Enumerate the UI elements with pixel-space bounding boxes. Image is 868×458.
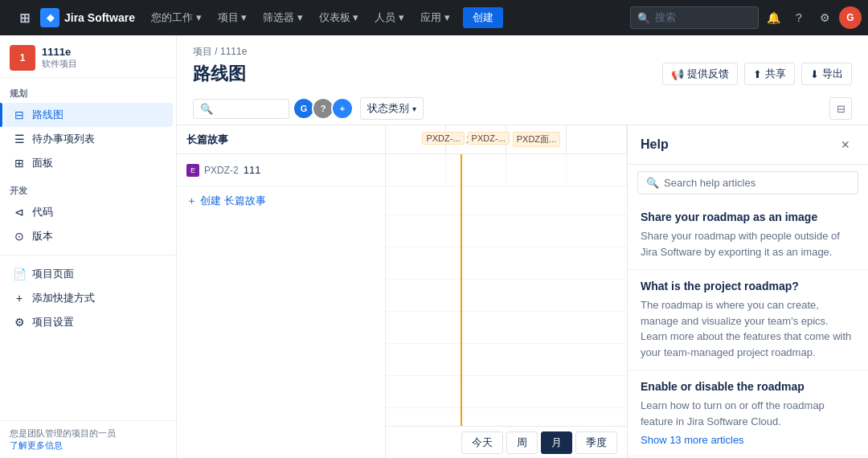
help-section-1: What is the project roadmap? The roadmap… [628, 270, 868, 370]
settings-item-icon: ⚙ [13, 316, 26, 329]
footer-link[interactable]: 了解更多信息 [10, 440, 63, 450]
grid-col-3 [506, 154, 567, 186]
timeline-header: 六月 七月 PXDZ-... PXDZ-... PXDZ面... [386, 125, 627, 154]
help-search-input[interactable]: 🔍 Search help articles [637, 171, 858, 194]
sidebar-item-releases[interactable]: ⊙ 版本 [3, 224, 173, 248]
grid-columns [386, 154, 627, 186]
sidebar-label-code: 代码 [32, 205, 53, 219]
today-line [461, 154, 462, 426]
project-type: 软件项目 [42, 58, 77, 70]
sidebar-label-shortcuts: 添加快捷方式 [32, 291, 95, 305]
sidebar: 1 1111e 软件项目 规划 ⊟ 路线图 ☰ 待办事项列表 ⊞ 面板 开发 ⊲… [0, 35, 177, 458]
help-section-text-2: Learn how to turn on or off the roadmap … [641, 398, 855, 429]
breadcrumb-project-name[interactable]: 1111e [220, 46, 247, 57]
app-logo[interactable]: ⊞ ◆ Jira Software [6, 6, 141, 29]
apps-grid-icon[interactable]: ⊞ [13, 6, 35, 29]
export-button[interactable]: ⬇ 导出 [801, 63, 852, 85]
top-navigation: ⊞ ◆ Jira Software 您的工作 ▾ 项目 ▾ 筛选器 ▾ 仪表板 … [0, 0, 868, 35]
app-name: Jira Software [64, 11, 135, 24]
nav-dashboards[interactable]: 仪表板 ▾ [313, 7, 366, 28]
settings-icon[interactable]: ⚙ [813, 6, 836, 29]
epic-icon: E [186, 164, 199, 177]
month-col-2: 六月 [446, 125, 506, 153]
sidebar-section-planning: 规划 [0, 78, 176, 103]
nav-your-work[interactable]: 您的工作 ▾ [145, 7, 208, 28]
grid-row-empty-4 [386, 312, 627, 344]
feedback-icon: 📢 [671, 68, 684, 80]
month-col-3: 七月 [506, 125, 567, 153]
create-button[interactable]: 创建 [463, 7, 503, 28]
backlog-icon: ☰ [13, 133, 26, 145]
share-button[interactable]: ⬆ 共享 [744, 63, 795, 85]
show-more-articles-link[interactable]: Show 13 more articles [641, 434, 744, 446]
jira-icon: ◆ [40, 8, 59, 27]
sidebar-project[interactable]: 1 1111e 软件项目 [0, 35, 176, 78]
view-today-button[interactable]: 今天 [461, 431, 503, 454]
help-icon[interactable]: ? [788, 6, 810, 29]
roadmap-icon: ⊟ [13, 108, 26, 121]
search-placeholder: 搜索 [655, 10, 676, 25]
footer-text: 您是团队管理的项目的一员 [10, 427, 166, 440]
filter-icon: ⊟ [837, 103, 845, 115]
avatar-add[interactable]: + [331, 97, 354, 120]
sidebar-label-settings: 项目设置 [32, 315, 74, 329]
board-icon: ⊞ [13, 157, 26, 170]
sidebar-section-dev: 开发 [0, 175, 176, 200]
sidebar-item-settings[interactable]: ⚙ 项目设置 [3, 310, 173, 334]
nav-projects[interactable]: 项目 ▾ [211, 7, 254, 28]
roadmap-timeline: 六月 七月 PXDZ-... PXDZ-... PXDZ面... [386, 125, 627, 458]
sidebar-item-board[interactable]: ⊞ 面板 [3, 151, 173, 175]
sidebar-footer: 您是团队管理的项目的一员 了解更多信息 [0, 420, 176, 458]
notifications-icon[interactable]: 🔔 [762, 6, 784, 29]
view-month-button[interactable]: 月 [541, 431, 572, 454]
grid-row-empty-7 [386, 408, 627, 426]
item-name: 111 [244, 164, 261, 176]
feedback-button[interactable]: 📢 提供反馈 [662, 63, 738, 85]
sidebar-item-shortcuts[interactable]: + 添加快捷方式 [3, 286, 173, 310]
chevron-down-icon: ▾ [412, 104, 416, 113]
grid-row-empty-5 [386, 344, 627, 376]
grid-col-4 [567, 154, 627, 186]
export-label: 导出 [822, 67, 843, 81]
nav-people[interactable]: 人员 ▾ [368, 7, 411, 28]
grid-row-empty-2 [386, 247, 627, 280]
code-icon: ⊲ [13, 206, 26, 219]
user-avatar[interactable]: G [839, 6, 862, 29]
grid-row-empty-3 [386, 280, 627, 312]
share-label: 共享 [765, 67, 786, 81]
feedback-label: 提供反馈 [687, 67, 729, 81]
sidebar-item-backlog[interactable]: ☰ 待办事项列表 [3, 127, 173, 151]
help-section-text-1: The roadmap is where you can create, man… [641, 297, 855, 360]
roadmap-item-epic[interactable]: E PXDZ-2 111 [177, 154, 385, 186]
roadmap-left-panel: 长篇故事 E PXDZ-2 111 ＋ 创建 长篇故事 [177, 125, 386, 458]
nav-apps[interactable]: 应用 ▾ [414, 7, 457, 28]
sidebar-label-roadmap: 路线图 [32, 108, 63, 122]
item-id: PXDZ-2 [204, 165, 239, 176]
filter-icon-btn[interactable]: ⊟ [829, 97, 852, 120]
roadmap-grid-body [386, 154, 627, 426]
help-panel: Help ✕ 🔍 Search help articles Share your… [627, 125, 868, 458]
add-epic-button[interactable]: ＋ 创建 长篇故事 [177, 186, 385, 215]
help-section-2: Enable or disable the roadmap Learn how … [628, 370, 868, 456]
pages-icon: 📄 [13, 268, 26, 280]
grid-row-epic [386, 154, 627, 186]
search-bar[interactable]: 🔍 搜索 [630, 6, 759, 29]
sidebar-item-code[interactable]: ⊲ 代码 [3, 200, 173, 224]
view-quarter-button[interactable]: 季度 [575, 431, 617, 454]
roadmap-column-header: 长篇故事 [177, 125, 385, 154]
shortcuts-icon: + [13, 292, 26, 305]
avatar-group[interactable]: G ? + [296, 97, 354, 120]
share-icon: ⬆ [753, 68, 762, 80]
sidebar-item-roadmap[interactable]: ⊟ 路线图 [3, 103, 173, 127]
project-icon: 1 [10, 45, 35, 71]
help-section-title-2: Enable or disable the roadmap [641, 380, 855, 393]
breadcrumb-projects[interactable]: 项目 [193, 46, 212, 57]
status-dropdown[interactable]: 状态类别 ▾ [360, 97, 424, 120]
grid-col-1 [386, 154, 446, 186]
search-input[interactable]: 🔍 [193, 99, 289, 119]
sidebar-item-pages[interactable]: 📄 项目页面 [3, 262, 173, 286]
view-week-button[interactable]: 周 [506, 431, 538, 454]
help-close-button[interactable]: ✕ [836, 135, 855, 154]
add-epic-label: 创建 长篇故事 [200, 194, 266, 208]
nav-filters[interactable]: 筛选器 ▾ [256, 7, 309, 28]
